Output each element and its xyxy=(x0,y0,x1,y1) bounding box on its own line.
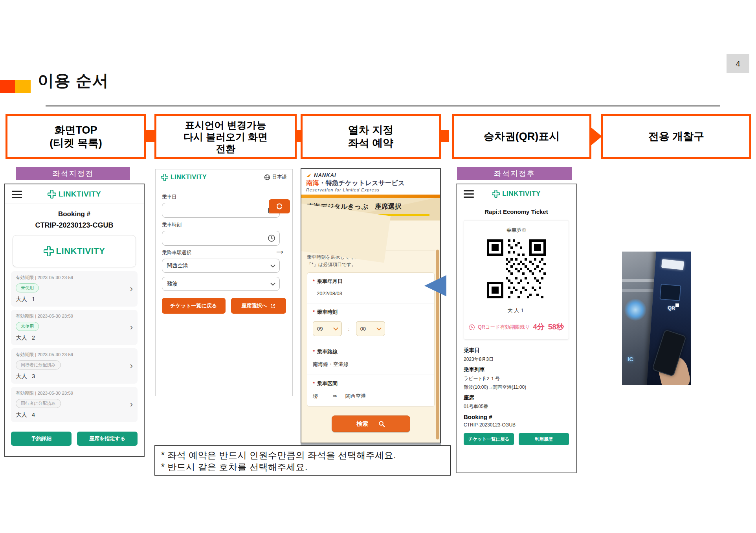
phone2-header: LINKTIVITY 日本語 xyxy=(156,169,292,185)
linktivity-knot-icon xyxy=(48,190,56,198)
nankai-leaf-icon xyxy=(306,173,312,178)
product-title: Rapi:t Economy Ticket xyxy=(457,208,576,215)
minute-value: 00 xyxy=(360,326,366,332)
brand-text: LINKTIVITY xyxy=(171,174,207,181)
external-link-icon xyxy=(270,303,275,309)
brand-text: LINKTIVITY xyxy=(56,246,105,256)
usage-history-button[interactable]: 利用履歴 xyxy=(519,433,569,445)
phone1-header: LINKTIVITY xyxy=(5,184,144,204)
date-group: *乗車年月日 2022/08/03 xyxy=(307,273,434,303)
section-group: *乗車区間 堺 ⇒ 関西空港 xyxy=(307,375,434,406)
required-mark: * xyxy=(313,380,315,386)
menu-icon[interactable] xyxy=(12,191,22,200)
section-to: 関西空港 xyxy=(345,393,366,399)
ticket-logo-card: LINKTIVITY xyxy=(13,235,136,267)
minute-select[interactable]: 00 xyxy=(356,321,385,336)
flow-step-line: 열차 지정 xyxy=(348,124,394,137)
detail-value: 難波(10:00)→関西空港(11:00) xyxy=(464,384,569,391)
flow-step-train-seat: 열차 지정 좌석 예약 xyxy=(301,114,441,159)
flow-step-line: 화면TOP xyxy=(54,124,97,137)
ticket-row[interactable]: 有効期限 | 2023-05-30 23:59 未使用 大人 2 › xyxy=(11,310,138,345)
linktivity-knot-icon xyxy=(492,190,500,198)
countdown-seconds: 58秒 xyxy=(548,322,564,332)
detail-label: 座席 xyxy=(464,394,569,401)
flow-step-line: 승차권(QR)표시 xyxy=(484,130,560,143)
search-label: 検索 xyxy=(356,420,368,428)
required-mark: * xyxy=(313,349,315,355)
chevron-right-icon[interactable]: › xyxy=(130,361,133,371)
photo-qr-sticker xyxy=(675,303,679,307)
date-value[interactable]: 2022/08/03 xyxy=(317,290,429,296)
chevron-right-icon[interactable]: › xyxy=(130,399,133,410)
field-label: 乗車年月日 xyxy=(317,278,343,284)
linktivity-logo: LINKTIVITY xyxy=(48,190,101,198)
seat-select-button[interactable]: 座席選択へ xyxy=(231,298,286,314)
time-colon: : xyxy=(348,326,350,332)
globe-icon xyxy=(264,174,270,180)
date-input[interactable] xyxy=(162,203,280,218)
chevron-right-icon[interactable]: › xyxy=(130,322,133,333)
photo-qr-label: QR xyxy=(667,305,675,311)
ticket-row[interactable]: 有効期限 | 2023-05-30 23:59 未使用 大人 1 › xyxy=(11,271,138,307)
line-group: *乗車路線 南海線・空港線 xyxy=(307,343,434,375)
flow-step-line: 좌석 예약 xyxy=(348,137,394,150)
countdown-text: QRコード有効期限残り xyxy=(478,324,530,331)
linktivity-knot-icon xyxy=(161,174,168,181)
ticket-expiry: 有効期限 | 2023-05-30 23:59 xyxy=(16,390,133,396)
flow-connector xyxy=(440,130,449,142)
assign-seat-button[interactable]: 座席を指定する xyxy=(77,432,138,446)
booking-detail-button[interactable]: 予約詳細 xyxy=(11,432,72,446)
route-arrow-icon: → xyxy=(274,244,285,257)
qr-code xyxy=(487,239,546,298)
ticket-details: 乗車日 2023年8月3日 乗車列車 ラピートβ２１号 難波(10:00)→関西… xyxy=(457,340,576,428)
from-station-value: 関西空港 xyxy=(167,262,188,269)
title-accent-amber xyxy=(15,80,31,93)
nankai-header: NANKAI 南海・特急チケットレスサービス Reservation for L… xyxy=(301,169,440,195)
flow-arrow-icon xyxy=(591,127,602,145)
refresh-button[interactable] xyxy=(269,199,290,213)
note-box: * 좌석 예약은 반드시 인원수만큼의 좌석을 선택해주세요. * 반드시 같은… xyxy=(154,445,451,476)
decorative-spacer xyxy=(301,221,440,238)
ticket-row[interactable]: 有効期限 | 2023-05-30 23:59 同行者に分配済み 大人 4 › xyxy=(11,387,138,422)
blue-callout-arrow xyxy=(424,275,446,296)
search-button[interactable]: 検索 xyxy=(332,415,410,432)
qr-countdown: QRコード有効期限残り 4分 58秒 xyxy=(468,322,564,332)
detail-value: ラピートβ２１号 xyxy=(464,375,569,382)
photo-ic-reader-glow xyxy=(624,299,646,321)
flow-step-line: (티켓 목록) xyxy=(50,137,102,150)
linktivity-logo: LINKTIVITY xyxy=(161,174,207,181)
slide: 4 이용 순서 화면TOP (티켓 목록) 표시언어 변경가능 다시 불러오기 … xyxy=(0,0,756,533)
back-to-tickets-button[interactable]: チケット一覧に戻る xyxy=(162,298,226,314)
detail-label: Booking # xyxy=(464,414,569,420)
flow-connector xyxy=(145,130,155,142)
date-label: 乗車日 xyxy=(162,194,286,200)
service-subtitle: Reservation for Limited Express xyxy=(306,187,435,192)
hour-select[interactable]: 09 xyxy=(313,321,342,336)
field-label: 乗車時刻 xyxy=(317,309,338,315)
from-station-select[interactable]: 関西空港 xyxy=(162,259,280,273)
chevron-down-icon xyxy=(270,281,275,286)
menu-icon[interactable] xyxy=(464,190,474,200)
time-input[interactable] xyxy=(162,231,280,246)
ticket-expiry: 有効期限 | 2023-05-30 23:59 xyxy=(16,275,133,281)
chevron-right-icon[interactable]: › xyxy=(130,284,133,294)
page-title: 이용 순서 xyxy=(38,70,108,92)
station-label: 乗降車駅選択 xyxy=(162,250,286,256)
status-badge: 未使用 xyxy=(16,322,39,331)
magnifier-icon xyxy=(378,421,385,427)
passenger-line: 大人1 xyxy=(507,307,525,314)
to-station-select[interactable]: 難波 xyxy=(162,277,280,291)
seat-select-label: 座席選択へ xyxy=(242,302,267,309)
language-selector[interactable]: 日本語 xyxy=(264,174,287,180)
double-arrow-icon: ⇒ xyxy=(333,393,337,399)
phone3-nankai: NANKAI 南海・特急チケットレスサービス Reservation for L… xyxy=(301,168,441,443)
phone1-ticket-list: LINKTIVITY Booking # CTRIP-20230123-CGUB… xyxy=(4,184,145,457)
linktivity-logo: LINKTIVITY xyxy=(44,246,105,256)
booking-code: CTRIP-20230123-CGUB xyxy=(5,221,144,230)
timer-icon xyxy=(468,324,475,331)
title-accent-red xyxy=(0,80,15,93)
photo-gate-screen xyxy=(659,284,681,301)
back-to-tickets-button[interactable]: チケット一覧に戻る xyxy=(464,433,514,445)
flow-step-screen-top: 화면TOP (티켓 목록) xyxy=(6,114,146,159)
ticket-row[interactable]: 有効期限 | 2023-05-30 23:59 同行者に分配済み 大人 3 › xyxy=(11,348,138,384)
